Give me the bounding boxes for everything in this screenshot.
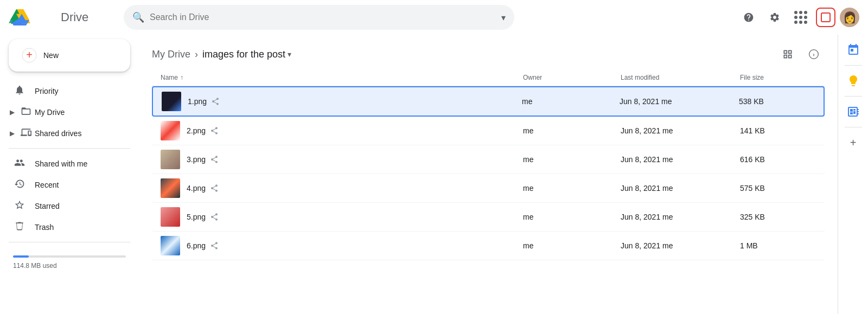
- new-button-label: New: [43, 51, 59, 60]
- file-table: Name ↑ Owner Last modified File size 1.p…: [139, 69, 838, 314]
- file-name-cell: 5.png: [161, 207, 523, 227]
- file-name-label: 5.png: [187, 213, 206, 221]
- table-header: Name ↑ Owner Last modified File size: [152, 69, 825, 86]
- file-modified: Jun 8, 2021 me: [621, 213, 740, 221]
- file-size: 325 KB: [740, 213, 816, 221]
- right-sidebar: +: [838, 35, 868, 314]
- breadcrumb: My Drive › images for the post ▾: [139, 35, 838, 69]
- user-avatar[interactable]: 👩: [840, 8, 859, 27]
- file-name-cell: 6.png: [161, 236, 523, 255]
- file-owner: me: [523, 155, 621, 164]
- shared-with-me-icon: [13, 157, 26, 170]
- breadcrumb-actions: [777, 43, 825, 65]
- breadcrumb-current-folder[interactable]: images for the post ▾: [202, 49, 291, 60]
- tasks-icon: [847, 105, 860, 118]
- search-dropdown-icon[interactable]: ▾: [501, 12, 506, 23]
- share-icon: [211, 97, 220, 106]
- add-app-icon: +: [850, 137, 857, 149]
- sidebar-item-trash[interactable]: Trash: [0, 216, 130, 238]
- col-header-modified[interactable]: Last modified: [621, 74, 740, 81]
- avatar-placeholder: 👩: [843, 11, 857, 24]
- search-input[interactable]: [150, 12, 496, 22]
- info-button[interactable]: [803, 43, 825, 65]
- sidebar-item-priority[interactable]: Priority: [0, 80, 130, 101]
- file-owner: me: [523, 213, 621, 221]
- table-row[interactable]: 4.png me Jun 8, 2021 me 575 KB: [152, 174, 825, 203]
- help-icon: [743, 12, 754, 23]
- storage-used-label: 114.8 MB used: [13, 262, 126, 270]
- help-button[interactable]: [738, 7, 760, 28]
- file-name-text: 4.png: [187, 184, 219, 193]
- keep-app-button[interactable]: [843, 70, 864, 92]
- sidebar-item-shared-drives[interactable]: ▶ Shared drives: [0, 123, 130, 144]
- priority-icon: [13, 85, 26, 97]
- breadcrumb-parent[interactable]: My Drive: [152, 49, 190, 60]
- shortcut-app-button[interactable]: [816, 8, 835, 27]
- file-size: 141 KB: [740, 126, 816, 135]
- calendar-app-button[interactable]: [843, 39, 864, 61]
- table-row[interactable]: 5.png me Jun 8, 2021 me 325 KB: [152, 203, 825, 232]
- file-size: 1 MB: [740, 241, 816, 250]
- file-modified: Jun 8, 2021 me: [621, 155, 740, 164]
- file-name-label: 4.png: [187, 184, 206, 193]
- tasks-app-button[interactable]: [843, 101, 864, 123]
- file-name-label: 2.png: [187, 126, 206, 135]
- file-name-cell: 4.png: [161, 178, 523, 198]
- topbar-right: 👩: [738, 7, 859, 28]
- file-owner: me: [523, 241, 621, 250]
- sidebar-item-recent[interactable]: Recent: [0, 174, 130, 195]
- table-row[interactable]: 2.png me Jun 8, 2021 me 141 KB: [152, 117, 825, 145]
- new-button[interactable]: + New: [9, 39, 130, 72]
- shortcut-inner-icon: [821, 12, 831, 22]
- table-row[interactable]: 3.png me Jun 8, 2021 me 616 KB: [152, 145, 825, 174]
- table-row[interactable]: 6.png me Jun 8, 2021 me 1 MB: [152, 232, 825, 260]
- storage-section: 114.8 MB used: [0, 247, 139, 278]
- file-thumbnail: [162, 92, 181, 111]
- right-divider-1: [845, 65, 862, 66]
- table-row[interactable]: 1.png me Jun 8, 2021 me 538 KB: [152, 86, 825, 117]
- col-header-size[interactable]: File size: [740, 74, 816, 81]
- sidebar-item-shared-with-me-label: Shared with me: [35, 159, 87, 168]
- svg-text:+: +: [26, 49, 33, 61]
- share-icon: [210, 241, 219, 250]
- sidebar-item-starred[interactable]: Starred: [0, 195, 130, 216]
- search-bar[interactable]: 🔍 ▾: [124, 5, 514, 30]
- file-name-cell: 3.png: [161, 150, 523, 169]
- col-name-label: Name: [161, 74, 178, 81]
- sidebar-item-my-drive-label: My Drive: [35, 108, 65, 117]
- file-name-text: 2.png: [187, 126, 219, 135]
- file-name-text: 5.png: [187, 213, 219, 221]
- file-owner: me: [523, 126, 621, 135]
- col-header-owner[interactable]: Owner: [523, 74, 621, 81]
- apps-button[interactable]: [790, 7, 812, 28]
- sidebar-divider: [9, 148, 130, 149]
- trash-icon: [13, 221, 26, 233]
- file-rows-container: 1.png me Jun 8, 2021 me 538 KB 2.png me …: [152, 86, 825, 260]
- file-owner: me: [523, 184, 621, 193]
- grid-view-icon: [782, 49, 793, 60]
- col-header-name[interactable]: Name ↑: [161, 74, 523, 81]
- storage-bar: [13, 255, 126, 258]
- topbar: Drive 🔍 ▾ 👩: [0, 0, 868, 35]
- expand-icon: ▶: [7, 108, 17, 116]
- file-name-text: 6.png: [187, 241, 219, 250]
- file-thumbnail: [161, 178, 180, 198]
- calendar-icon: [847, 43, 860, 56]
- sidebar-item-my-drive[interactable]: ▶ My Drive: [0, 101, 130, 123]
- sidebar-item-priority-label: Priority: [35, 87, 59, 95]
- expand-icon-2: ▶: [7, 130, 17, 137]
- share-icon: [210, 155, 219, 164]
- info-icon: [808, 49, 819, 60]
- settings-button[interactable]: [764, 7, 786, 28]
- sidebar: + New Priority ▶ My Drive ▶ Sha: [0, 35, 139, 314]
- grid-view-button[interactable]: [777, 43, 799, 65]
- breadcrumb-separator-icon: ›: [195, 49, 198, 60]
- file-thumbnail: [161, 207, 180, 227]
- right-divider-2: [845, 96, 862, 97]
- breadcrumb-dropdown-icon: ▾: [288, 50, 291, 59]
- waffle-icon: [794, 11, 807, 24]
- add-app-button[interactable]: +: [843, 132, 864, 153]
- sidebar-item-shared-with-me[interactable]: Shared with me: [0, 153, 130, 174]
- starred-icon: [13, 200, 26, 212]
- sidebar-item-recent-label: Recent: [35, 181, 59, 189]
